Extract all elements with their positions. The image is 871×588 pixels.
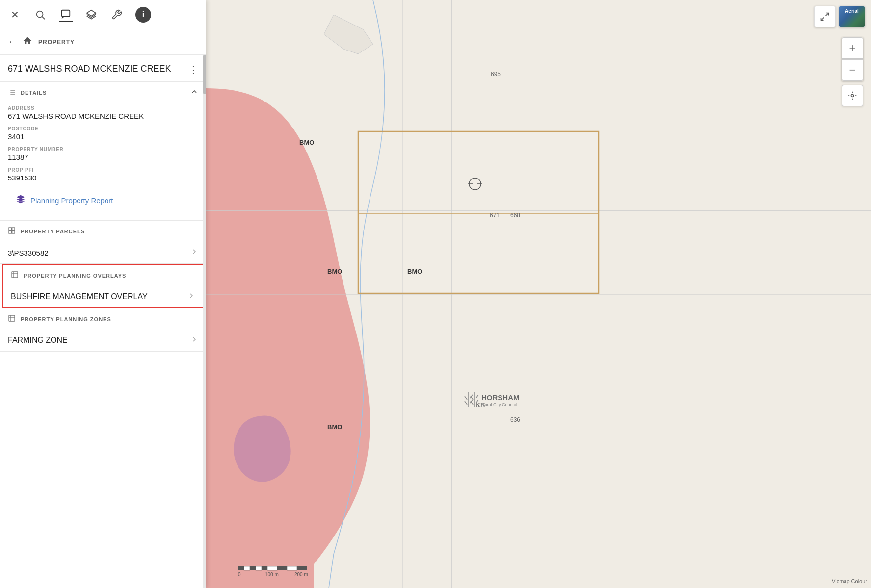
details-content: ADDRESS 671 WALSHS ROAD MCKENZIE CREEK P… xyxy=(0,103,206,220)
aerial-label: Aerial xyxy=(839,8,865,14)
svg-text:200 m: 200 m xyxy=(294,572,308,577)
map-svg: BMO BMO BMO BMO 695 671 668 639 636 xyxy=(206,0,871,588)
svg-line-67 xyxy=(826,13,829,16)
prop-pfi-value: 5391530 xyxy=(8,174,198,182)
svg-text:671: 671 xyxy=(490,212,500,219)
property-title: 671 WALSHS ROAD MCKENZIE CREEK xyxy=(8,63,185,75)
fullscreen-button[interactable] xyxy=(814,6,836,27)
svg-text:0: 0 xyxy=(238,572,241,577)
aerial-button[interactable]: Aerial xyxy=(839,6,865,27)
svg-line-1 xyxy=(42,17,45,19)
overlay-value: BUSHFIRE MANAGEMENT OVERLAY xyxy=(11,292,148,301)
property-parcels-section: PROPERTY PARCELS 3\PS330582 xyxy=(0,221,206,264)
nav-section-label: PROPERTY xyxy=(38,39,75,46)
svg-rect-63 xyxy=(297,566,307,570)
svg-text:HORSHAM: HORSHAM xyxy=(481,393,520,402)
details-section-title: DETAILS xyxy=(21,90,47,96)
overlays-header-left: PROPERTY PLANNING OVERLAYS xyxy=(11,271,126,280)
property-number-value: 11387 xyxy=(8,153,198,161)
svg-text:668: 668 xyxy=(510,212,520,219)
property-zones-section: PROPERTY PLANNING ZONES FARMING ZONE xyxy=(0,308,206,352)
svg-line-68 xyxy=(821,18,824,21)
more-options-button[interactable]: ⋮ xyxy=(188,64,198,76)
property-number-row: PROPERTY NUMBER 11387 xyxy=(8,147,198,161)
map-controls-top: Aerial xyxy=(814,6,865,27)
details-section-icon xyxy=(8,88,16,98)
property-overlays-section: PROPERTY PLANNING OVERLAYS BUSHFIRE MANA… xyxy=(2,264,204,308)
svg-rect-18 xyxy=(9,315,15,321)
svg-rect-60 xyxy=(267,566,277,570)
details-header-left: DETAILS xyxy=(8,88,47,98)
overlay-chevron-icon xyxy=(187,292,195,302)
zones-section-header[interactable]: PROPERTY PLANNING ZONES xyxy=(0,308,206,330)
zone-value: FARMING ZONE xyxy=(8,336,68,345)
svg-rect-55 xyxy=(238,566,244,570)
parcels-section-title: PROPERTY PARCELS xyxy=(21,229,85,234)
prop-pfi-row: PROP PFI 5391530 xyxy=(8,167,198,182)
toolbar: ✕ i xyxy=(0,0,206,29)
wrench-icon[interactable] xyxy=(110,8,124,22)
parcels-section-header[interactable]: PROPERTY PARCELS xyxy=(0,221,206,242)
svg-rect-14 xyxy=(12,231,15,233)
close-button[interactable]: ✕ xyxy=(8,8,22,22)
svg-rect-61 xyxy=(277,566,287,570)
overlays-section-header[interactable]: PROPERTY PLANNING OVERLAYS xyxy=(3,265,203,286)
svg-rect-11 xyxy=(9,228,11,230)
svg-rect-59 xyxy=(262,566,267,570)
parcel-value: 3\PS330582 xyxy=(8,249,49,257)
svg-point-69 xyxy=(851,95,854,97)
nav-header: ← PROPERTY xyxy=(0,29,206,55)
svg-text:636: 636 xyxy=(510,416,520,423)
svg-rect-62 xyxy=(287,566,297,570)
postcode-value: 3401 xyxy=(8,132,198,141)
map-area[interactable]: BMO BMO BMO BMO 695 671 668 639 636 xyxy=(206,0,871,588)
svg-rect-2 xyxy=(62,10,70,16)
parcel-chevron-icon xyxy=(190,248,198,257)
svg-rect-15 xyxy=(12,272,18,278)
property-number-label: PROPERTY NUMBER xyxy=(8,147,198,152)
back-button[interactable]: ← xyxy=(8,37,17,47)
zones-section-icon xyxy=(8,314,16,324)
overlay-row[interactable]: BUSHFIRE MANAGEMENT OVERLAY xyxy=(3,286,203,307)
overlays-section-title: PROPERTY PLANNING OVERLAYS xyxy=(24,273,126,279)
address-value: 671 WALSHS ROAD MCKENZIE CREEK xyxy=(8,112,198,120)
planning-report-icon xyxy=(16,194,26,206)
planning-report-link[interactable]: Planning Property Report xyxy=(8,188,198,212)
svg-text:Rural City Council: Rural City Council xyxy=(481,402,517,407)
layers-icon[interactable] xyxy=(84,8,98,22)
svg-rect-27 xyxy=(358,131,599,293)
zone-chevron-icon xyxy=(190,335,198,345)
svg-text:BMO: BMO xyxy=(407,268,422,275)
search-icon[interactable] xyxy=(33,8,47,22)
home-button[interactable] xyxy=(23,36,32,48)
info-button[interactable]: i xyxy=(135,7,151,23)
svg-rect-58 xyxy=(256,566,262,570)
parcels-section-icon xyxy=(8,227,16,236)
parcel-row[interactable]: 3\PS330582 xyxy=(0,242,206,263)
svg-rect-57 xyxy=(250,566,256,570)
svg-text:695: 695 xyxy=(491,71,501,77)
zone-row[interactable]: FARMING ZONE xyxy=(0,330,206,351)
zoom-out-button[interactable]: − xyxy=(842,59,863,81)
svg-rect-56 xyxy=(244,566,250,570)
sidebar-content[interactable]: DETAILS ADDRESS 671 WALSHS ROAD MCKENZIE… xyxy=(0,82,206,588)
parcels-header-left: PROPERTY PARCELS xyxy=(8,227,85,236)
svg-text:100 m: 100 m xyxy=(265,572,279,577)
details-section-header[interactable]: DETAILS xyxy=(0,82,206,103)
sidebar: ✕ i ← PROPERTY 671 WALSHS ROAD MCKENZIE … xyxy=(0,0,206,588)
sidebar-scrollbar[interactable] xyxy=(203,55,206,588)
address-row: ADDRESS 671 WALSHS ROAD MCKENZIE CREEK xyxy=(8,105,198,120)
svg-marker-10 xyxy=(17,195,25,199)
sidebar-scrollbar-thumb xyxy=(203,55,206,94)
prop-pfi-label: PROP PFI xyxy=(8,167,198,173)
vicmap-label: Vicmap Colour xyxy=(832,578,867,584)
location-button[interactable] xyxy=(842,85,863,106)
svg-text:BMO: BMO xyxy=(327,268,342,275)
zoom-in-button[interactable]: + xyxy=(842,37,863,59)
svg-point-0 xyxy=(37,11,43,17)
comment-icon[interactable] xyxy=(59,8,73,22)
details-collapse-icon[interactable] xyxy=(190,88,198,98)
zones-header-left: PROPERTY PLANNING ZONES xyxy=(8,314,111,324)
details-section: DETAILS ADDRESS 671 WALSHS ROAD MCKENZIE… xyxy=(0,82,206,221)
svg-text:BMO: BMO xyxy=(299,139,314,146)
